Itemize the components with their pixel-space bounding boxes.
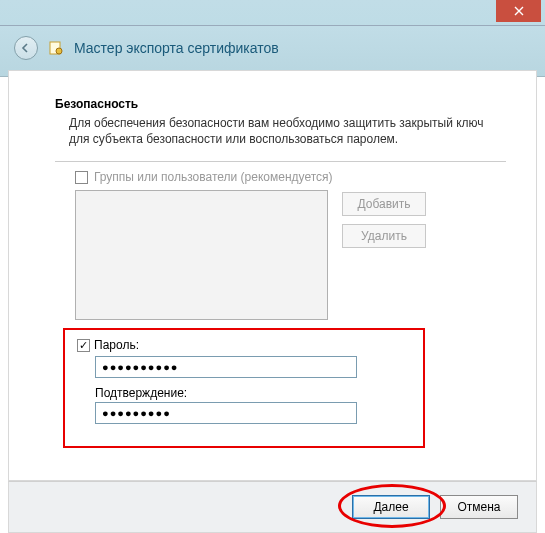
section-title: Безопасность: [55, 97, 506, 111]
back-button[interactable]: [14, 36, 38, 60]
close-button[interactable]: [496, 0, 541, 22]
password-input[interactable]: [95, 356, 357, 378]
wizard-body: Безопасность Для обеспечения безопасност…: [8, 70, 537, 481]
groups-checkbox[interactable]: [75, 171, 88, 184]
wizard-footer: Далее Отмена: [8, 481, 537, 533]
groups-listbox[interactable]: [75, 190, 328, 320]
add-button: Добавить: [342, 192, 426, 216]
groups-label: Группы или пользователи (рекомендуется): [94, 170, 333, 184]
section-description: Для обеспечения безопасности вам необход…: [55, 115, 506, 147]
arrow-left-icon: [20, 42, 32, 54]
window-titlebar: [0, 0, 545, 26]
password-option-row: Пароль:: [77, 338, 411, 352]
close-icon: [514, 6, 524, 16]
password-label: Пароль:: [94, 338, 139, 352]
divider: [55, 161, 506, 162]
remove-button: Удалить: [342, 224, 426, 248]
svg-point-1: [56, 48, 62, 54]
certificate-icon: [48, 40, 64, 56]
password-highlight: Пароль: Подтверждение:: [63, 328, 425, 448]
next-button[interactable]: Далее: [352, 495, 430, 519]
wizard-title: Мастер экспорта сертификатов: [74, 40, 279, 56]
password-checkbox[interactable]: [77, 339, 90, 352]
cancel-button[interactable]: Отмена: [440, 495, 518, 519]
groups-option-row: Группы или пользователи (рекомендуется): [55, 170, 506, 184]
confirm-label: Подтверждение:: [95, 386, 411, 400]
confirm-password-input[interactable]: [95, 402, 357, 424]
